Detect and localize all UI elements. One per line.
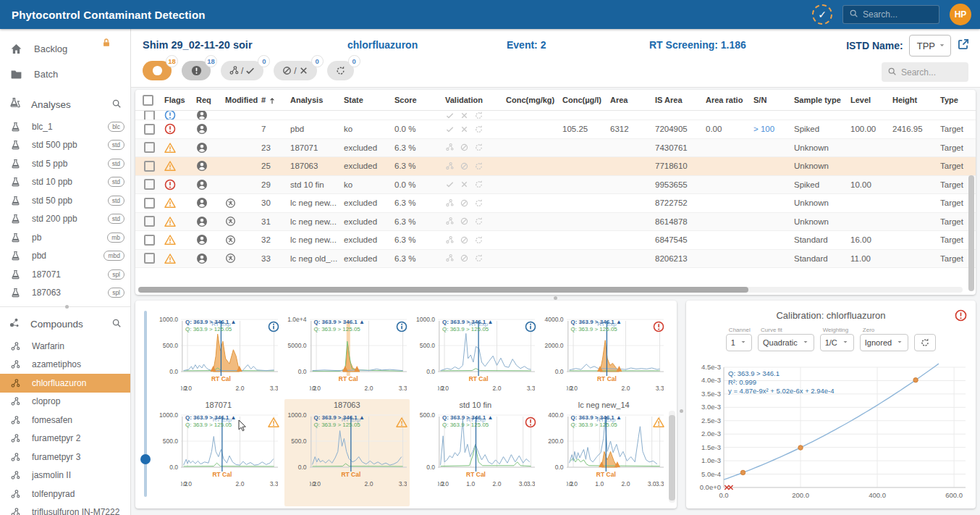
analysis-item-std-50-ppb[interactable]: std 50 ppb std bbox=[0, 191, 130, 210]
column-header-sample_type[interactable]: Sample type bbox=[791, 96, 848, 104]
compound-item-furametpyr-3[interactable]: furametpyr 3 bbox=[0, 448, 130, 466]
check-action-icon[interactable] bbox=[445, 125, 455, 134]
global-search-input[interactable] bbox=[863, 9, 928, 20]
user-avatar[interactable]: HP bbox=[950, 4, 971, 25]
sidebar-nav-batch[interactable]: Batch bbox=[0, 62, 130, 87]
check-action-icon[interactable] bbox=[445, 180, 455, 189]
column-header-select[interactable] bbox=[135, 95, 161, 106]
table-row-25[interactable]: 25187063excluded6.3 %7718610UnknownTarge… bbox=[135, 157, 976, 176]
molecule-action-icon[interactable] bbox=[445, 198, 455, 208]
calibration-weighting-select[interactable]: 1/C bbox=[820, 334, 854, 351]
column-header-area[interactable]: Area bbox=[607, 96, 652, 104]
undo-action-icon[interactable] bbox=[474, 217, 483, 226]
table-row-29[interactable]: 29std 10 finko0.0 %9953655Spiked10.00Tar… bbox=[135, 176, 976, 195]
column-header-num[interactable]: # bbox=[258, 95, 287, 104]
chromatogram-panel[interactable]: 4000.02000.00.0 RT ExpRT Cal-0.20.02.03.… bbox=[541, 303, 667, 399]
molecule-action-icon[interactable] bbox=[445, 254, 455, 263]
analysis-item-pb[interactable]: pb mb bbox=[0, 228, 130, 247]
zoom-slider-handle[interactable] bbox=[140, 454, 151, 464]
compound-item-Warfarin[interactable]: Warfarin bbox=[0, 337, 130, 356]
table-search-input[interactable] bbox=[901, 67, 959, 78]
compound-item-jasmolin-II[interactable]: jasmolin II bbox=[0, 466, 130, 485]
analysis-item-187071[interactable]: 187071 spl bbox=[0, 265, 130, 284]
table-row-32[interactable]: 32lc neg new...excluded6.3 %6847545Stand… bbox=[135, 231, 976, 250]
slash-action-icon[interactable] bbox=[460, 198, 469, 208]
analysis-item-pbd[interactable]: pbd mbd bbox=[0, 247, 130, 266]
calibration-reset-button[interactable] bbox=[914, 334, 936, 351]
undo-action-icon[interactable] bbox=[474, 235, 483, 245]
column-header-analysis[interactable]: Analysis bbox=[287, 96, 341, 104]
undo-action-icon[interactable] bbox=[474, 180, 483, 189]
row-checkbox[interactable] bbox=[144, 161, 155, 172]
chromatogram-panel-187063[interactable]: 187063 1000.0500.00.0 RT ExpRT Cal-0.20.… bbox=[284, 399, 410, 506]
sn-value[interactable]: > 100 bbox=[753, 125, 774, 133]
calibration-channel-select[interactable]: 1 bbox=[726, 334, 752, 351]
table-row[interactable] bbox=[135, 111, 976, 120]
table-row-23[interactable]: 23187071excluded6.3 %7430761UnknownTarge… bbox=[135, 139, 976, 158]
column-header-req[interactable]: Req bbox=[193, 96, 222, 104]
calibration-curve-fit-select[interactable]: Quadratic bbox=[758, 334, 814, 351]
column-header-level[interactable]: Level bbox=[848, 96, 890, 104]
compounds-search-icon[interactable] bbox=[111, 318, 122, 330]
compound-item-tolfenpyrad[interactable]: tolfenpyrad bbox=[0, 485, 130, 503]
compound-item-furametpyr-2[interactable]: furametpyr 2 bbox=[0, 430, 130, 448]
warning-status-icon[interactable] bbox=[653, 415, 664, 428]
row-checkbox[interactable] bbox=[144, 253, 155, 264]
filter-history[interactable]: 0 bbox=[327, 61, 354, 80]
slash-action-icon[interactable] bbox=[460, 235, 469, 245]
external-link-icon[interactable] bbox=[957, 38, 970, 54]
row-checkbox[interactable] bbox=[144, 216, 155, 227]
error-status-icon[interactable] bbox=[525, 415, 536, 428]
analysis-item-std-10-ppb[interactable]: std 10 ppb std bbox=[0, 173, 130, 192]
column-header-conc_ugl[interactable]: Conc(µg/l) bbox=[559, 96, 607, 104]
molecule-action-icon[interactable] bbox=[445, 235, 455, 245]
undo-action-icon[interactable] bbox=[474, 143, 483, 152]
column-header-type[interactable]: Type bbox=[937, 96, 972, 104]
table-vertical-scrollbar[interactable] bbox=[968, 175, 974, 291]
table-row-30[interactable]: 30lc neg new...excluded6.3 %8722752Unkno… bbox=[135, 194, 976, 213]
slash-action-icon[interactable] bbox=[460, 254, 469, 263]
filter-operator[interactable]: 18 bbox=[143, 61, 172, 80]
column-header-sn[interactable]: S/N bbox=[751, 96, 791, 104]
error-status-icon[interactable] bbox=[653, 319, 664, 332]
cross-action-icon[interactable] bbox=[460, 180, 469, 189]
column-header-state[interactable]: State bbox=[341, 96, 392, 104]
chromatogram-panel[interactable]: 1000.0500.00.0 RT ExpRT Cal-0.20.02.03.3… bbox=[156, 303, 282, 399]
chromatogram-panel-lc-neg-new_14[interactable]: lc neg new_14 400.0200.00.0 RT ExpRT Cal… bbox=[541, 399, 667, 506]
undo-action-icon[interactable] bbox=[474, 198, 483, 208]
global-search[interactable] bbox=[842, 5, 939, 24]
row-checkbox[interactable] bbox=[144, 124, 155, 135]
vertical-resize-handle[interactable] bbox=[680, 409, 683, 413]
undo-action-icon[interactable] bbox=[474, 162, 483, 171]
horizontal-resize-handle[interactable] bbox=[554, 296, 557, 300]
row-checkbox[interactable] bbox=[144, 179, 155, 190]
undo-action-icon[interactable] bbox=[474, 111, 483, 120]
calibration-chart[interactable]: 4.5e-34.0e-33.5e-33.0e-32.5e-32.0e-31.5e… bbox=[689, 357, 973, 501]
chromatogram-panel-187071[interactable]: 187071 1000.0500.00.0 RT ExpRT Cal-0.20.… bbox=[156, 399, 282, 506]
analysis-item-std-5-ppb[interactable]: std 5 ppb std bbox=[0, 154, 130, 173]
chromatogram-panel-std-10-fin[interactable]: std 10 fin 500.00.0 RT ExpRT Cal-0.20.01… bbox=[413, 399, 538, 506]
calibration-error-icon[interactable] bbox=[955, 309, 967, 325]
row-checkbox[interactable] bbox=[144, 111, 155, 120]
info-status-icon[interactable] bbox=[396, 319, 407, 332]
filter-alerts[interactable]: 18 bbox=[182, 61, 211, 80]
column-header-score[interactable]: Score bbox=[392, 96, 442, 104]
molecule-action-icon[interactable] bbox=[445, 162, 455, 171]
chromatogram-zoom-slider[interactable] bbox=[144, 311, 147, 497]
column-header-height[interactable]: Height bbox=[890, 96, 937, 104]
analysis-item-187063[interactable]: 187063 spl bbox=[0, 284, 130, 303]
filter-excluded-rejected[interactable]: / 0 bbox=[274, 61, 316, 80]
select-all-checkbox[interactable] bbox=[143, 95, 153, 106]
table-row-33[interactable]: 33lc neg old_...excluded6.3 %8206213Stan… bbox=[135, 250, 976, 269]
compound-item-azametiphos[interactable]: azametiphos bbox=[0, 356, 130, 374]
istd-select[interactable]: TPP bbox=[909, 35, 951, 56]
warning-status-icon[interactable] bbox=[268, 415, 279, 428]
info-status-icon[interactable] bbox=[525, 319, 536, 332]
column-header-is_area[interactable]: IS Area bbox=[652, 96, 703, 104]
table-search[interactable] bbox=[882, 62, 968, 82]
table-row-31[interactable]: 31lc neg new...excluded6.3 %8614878Unkno… bbox=[135, 213, 976, 232]
undo-action-icon[interactable] bbox=[474, 254, 483, 263]
chromatogram-panel[interactable]: 1.0e+45000.00.0 RT Cal-0.20.02.03.3 Q: 3… bbox=[284, 303, 410, 399]
compound-item-cloprop[interactable]: cloprop bbox=[0, 393, 130, 411]
warning-status-icon[interactable] bbox=[396, 415, 407, 428]
